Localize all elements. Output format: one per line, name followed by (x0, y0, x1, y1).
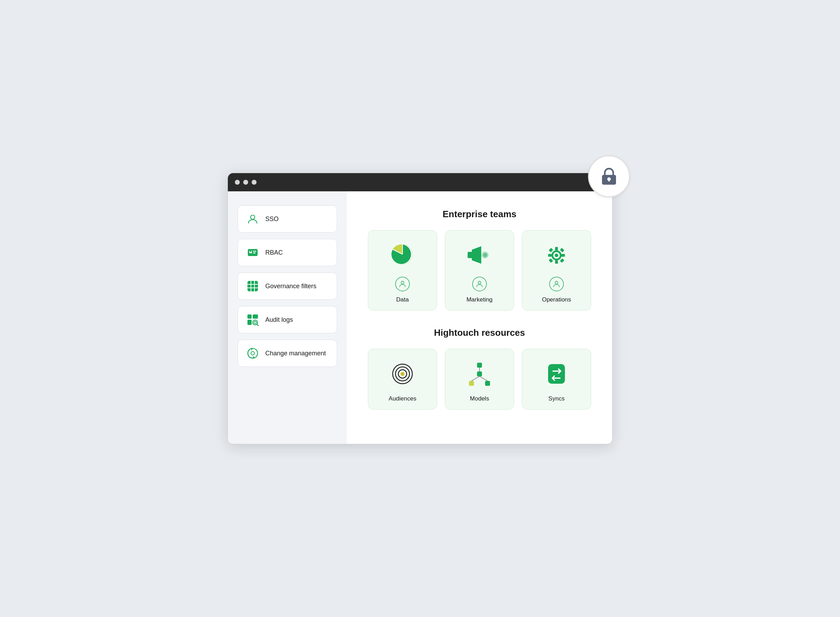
svg-rect-53 (485, 381, 490, 386)
lock-badge (588, 155, 630, 197)
operations-card-icon (537, 240, 576, 272)
audiences-card-label: Audiences (389, 395, 416, 402)
svg-point-33 (478, 281, 481, 284)
svg-point-49 (401, 373, 404, 375)
data-card-user-icon (395, 277, 410, 291)
svg-point-28 (401, 281, 404, 284)
svg-rect-41 (560, 258, 565, 263)
svg-line-20 (257, 324, 258, 326)
svg-rect-8 (253, 252, 256, 254)
change-icon (246, 346, 260, 360)
titlebar-dot-1 (235, 180, 240, 185)
titlebar-dot-3 (251, 180, 257, 185)
sidebar-item-rbac[interactable]: RBAC (238, 239, 337, 266)
sidebar-item-sso[interactable]: SSO (238, 205, 337, 233)
change-label: Change management (265, 350, 326, 357)
rbac-label: RBAC (265, 249, 283, 256)
svg-rect-39 (561, 254, 565, 257)
person-icon (246, 212, 260, 226)
card-data[interactable]: Data (368, 230, 437, 311)
table-icon (246, 279, 260, 293)
main-panel: Enterprise teams (347, 191, 612, 444)
svg-rect-42 (549, 258, 553, 263)
audiences-card-icon (383, 359, 422, 390)
svg-rect-7 (253, 251, 256, 252)
svg-rect-52 (469, 381, 474, 386)
syncs-card-icon (537, 359, 576, 390)
browser-titlebar (228, 173, 612, 191)
card-audiences[interactable]: Audiences (368, 349, 437, 410)
svg-point-35 (555, 254, 558, 257)
sidebar-item-change[interactable]: Change management (238, 339, 337, 367)
svg-rect-10 (247, 281, 258, 291)
svg-rect-37 (555, 260, 558, 264)
sidebar-item-audit[interactable]: Audit logs (238, 306, 337, 333)
audit-label: Audit logs (265, 316, 293, 323)
titlebar-dot-2 (243, 180, 248, 185)
data-card-label: Data (396, 296, 409, 303)
svg-rect-3 (608, 179, 610, 182)
svg-rect-36 (555, 247, 558, 251)
svg-rect-50 (477, 372, 482, 376)
card-models[interactable]: Models (445, 349, 514, 410)
sidebar: SSO RBAC (228, 191, 347, 444)
marketing-card-user-icon (472, 277, 487, 291)
models-card-icon (460, 359, 499, 390)
sso-label: SSO (265, 216, 279, 223)
svg-rect-17 (247, 320, 251, 325)
lock-icon (598, 165, 620, 187)
svg-point-44 (555, 281, 558, 284)
browser-content: SSO RBAC (228, 191, 612, 444)
svg-rect-30 (467, 252, 472, 258)
operations-card-label: Operations (542, 296, 571, 303)
marketing-card-icon (460, 240, 499, 272)
operations-card-user-icon (549, 277, 564, 291)
governance-label: Governance filters (265, 283, 316, 290)
svg-marker-29 (472, 246, 481, 264)
sidebar-item-governance[interactable]: Governance filters (238, 273, 337, 300)
svg-line-56 (479, 376, 488, 381)
card-operations[interactable]: Operations (522, 230, 591, 311)
syncs-card-label: Syncs (549, 395, 565, 402)
svg-point-22 (251, 351, 254, 355)
audit-icon (246, 313, 260, 327)
outer-wrapper: SSO RBAC (228, 173, 612, 444)
svg-rect-43 (560, 248, 565, 252)
svg-point-9 (250, 251, 251, 252)
svg-point-32 (483, 253, 487, 257)
svg-rect-15 (247, 314, 251, 319)
id-card-icon (246, 245, 260, 260)
resources-cards-grid: Audiences (368, 349, 591, 410)
svg-rect-57 (548, 364, 565, 384)
resources-section-title: Hightouch resources (368, 328, 591, 338)
svg-line-55 (472, 376, 479, 381)
svg-rect-51 (477, 363, 482, 368)
svg-rect-16 (253, 314, 258, 319)
svg-point-4 (251, 215, 255, 219)
card-marketing[interactable]: Marketing (445, 230, 514, 311)
marketing-card-label: Marketing (467, 296, 493, 303)
browser-window: SSO RBAC (228, 173, 612, 444)
data-card-icon (383, 240, 422, 272)
enterprise-section-title: Enterprise teams (368, 209, 591, 220)
models-card-label: Models (470, 395, 489, 402)
enterprise-cards-grid: Data (368, 230, 591, 311)
card-syncs[interactable]: Syncs (522, 349, 591, 410)
svg-rect-40 (549, 248, 553, 252)
svg-rect-38 (548, 254, 552, 257)
